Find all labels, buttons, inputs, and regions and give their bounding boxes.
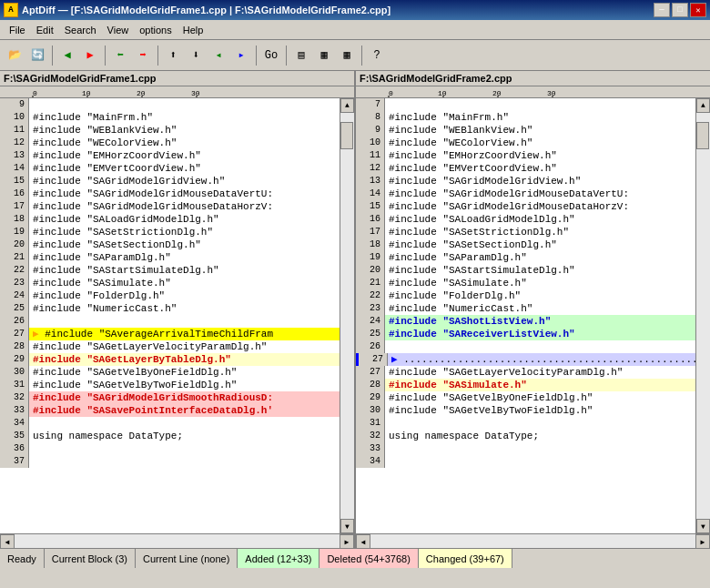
svg-text:0: 0 xyxy=(389,89,393,97)
table-row: 8#include "MainFrm.h" xyxy=(356,111,695,124)
right-file-path: F:\SAGridModelGridFrame2.cpp xyxy=(360,73,512,84)
right-hscroll-right[interactable]: ▶ xyxy=(695,534,710,548)
app-icon: A xyxy=(4,3,18,17)
tb-view1-button[interactable]: ▤ xyxy=(290,45,312,66)
left-vscroll-thumb[interactable] xyxy=(340,122,353,149)
left-vscroll-down[interactable]: ▼ xyxy=(340,519,354,533)
right-file-header: F:\SAGridModelGridFrame2.cpp xyxy=(356,71,710,86)
tb-separator-5 xyxy=(286,46,287,66)
left-hscroll-left[interactable]: ◀ xyxy=(0,534,15,548)
tb-down-button[interactable]: ⬇ xyxy=(185,45,207,66)
right-panel: F:\SAGridModelGridFrame2.cpp 0 10 20 30 … xyxy=(356,71,710,548)
toolbar: 📂 🔄 ◀ ▶ ⬅ ➡ ⬆ ⬇ ◂ ▸ Go ▤ ▦ ▦ ? xyxy=(0,40,710,71)
table-row: 9#include "WEBlankView.h" xyxy=(356,124,695,137)
tb-refresh-button[interactable]: 🔄 xyxy=(26,45,48,66)
left-vscrollbar[interactable]: ▲ ▼ xyxy=(340,98,354,533)
tb-goto-button[interactable]: Go xyxy=(260,45,282,66)
table-row: 36 xyxy=(0,442,340,455)
table-row: 28 #include "SASimulate.h" xyxy=(356,379,695,391)
menu-edit[interactable]: Edit xyxy=(31,23,59,37)
tb-separator-6 xyxy=(361,46,362,66)
right-hscroll-left[interactable]: ◀ xyxy=(356,534,370,548)
right-ruler-svg: 0 10 20 30 xyxy=(356,86,710,98)
table-row: 33 #include "SASavePointInterfaceDataDlg… xyxy=(0,404,340,417)
close-button[interactable]: ✕ xyxy=(690,3,706,17)
tb-up-button[interactable]: ⬆ xyxy=(162,45,184,66)
left-hscroll-right[interactable]: ▶ xyxy=(340,534,354,548)
status-bar: Ready Current Block (3) Current Line (no… xyxy=(0,548,710,568)
table-row: 33 xyxy=(356,442,695,455)
right-vscrollbar[interactable]: ▲ ▼ xyxy=(695,98,710,533)
status-ready: Ready xyxy=(0,549,45,568)
right-vscroll-thumb[interactable] xyxy=(696,122,709,149)
tb-left-arrow-button[interactable]: ◂ xyxy=(208,45,229,66)
table-row: 18#include "SASetSectionDlg.h" xyxy=(356,238,695,251)
tb-separator-4 xyxy=(256,46,257,66)
tb-copy-right-button[interactable]: ➡ xyxy=(132,45,154,66)
table-row: 27 ▶ #include "SAverageArrivalTimeChildF… xyxy=(0,328,340,340)
tb-copy-left-button[interactable]: ⬅ xyxy=(109,45,131,66)
table-row: 16#include "SAGridModelGridMouseDataVert… xyxy=(0,188,340,200)
table-row: 11#include "WEBlankView.h" xyxy=(0,124,340,137)
left-hscroll-track[interactable] xyxy=(15,534,340,548)
tb-help-button[interactable]: ? xyxy=(366,45,388,66)
table-row: 7 xyxy=(356,98,695,111)
left-code-lines: 9 10#include "MainFrm.h" 11#include "WEB… xyxy=(0,98,340,468)
left-ruler: 0 10 20 30 xyxy=(0,86,354,98)
table-row: 13#include "SAGridModelGridView.h" xyxy=(356,175,695,188)
tb-open-button[interactable]: 📂 xyxy=(4,45,25,66)
table-row: 17#include "SAGridModelGridMouseDataHorz… xyxy=(0,200,340,213)
table-row: 12#include "EMVertCoordView.h" xyxy=(356,162,695,175)
title-bar-buttons: ─ □ ✕ xyxy=(654,3,706,17)
left-hscrollbar[interactable]: ◀ ▶ xyxy=(0,533,354,548)
table-row: 27 ▶ ...................................… xyxy=(356,353,695,366)
table-row: 25 #include "SAReceiverListView.h" xyxy=(356,328,695,340)
table-row: 9 xyxy=(0,98,340,111)
table-row: 11#include "EMHorzCoordView.h" xyxy=(356,149,695,162)
tb-separator-1 xyxy=(52,46,53,66)
right-hscrollbar[interactable]: ◀ ▶ xyxy=(356,533,710,548)
table-row: 23#include "SASimulate.h" xyxy=(0,277,340,289)
tb-prev-diff-button[interactable]: ◀ xyxy=(56,45,78,66)
left-vscroll-up[interactable]: ▲ xyxy=(340,98,354,113)
table-row: 26 xyxy=(356,340,695,353)
menu-file[interactable]: File xyxy=(4,23,31,37)
table-row: 20#include "SASetSectionDlg.h" xyxy=(0,238,340,251)
tb-view3-button[interactable]: ▦ xyxy=(336,45,358,66)
table-row: 35using namespace DataType; xyxy=(0,430,340,442)
table-row: 15#include "SAGridModelGridView.h" xyxy=(0,175,340,188)
table-row: 19#include "SASetStrictionDlg.h" xyxy=(0,226,340,238)
table-row: 26 xyxy=(0,315,340,328)
table-row: 25#include "NumericCast.h" xyxy=(0,302,340,315)
table-row: 28#include "SAGetLayerVelocityParamDlg.h… xyxy=(0,340,340,353)
table-row: 31#include "SAGetVelByTwoFieldDlg.h" xyxy=(0,379,340,391)
menu-help[interactable]: Help xyxy=(178,23,209,37)
right-hscroll-track[interactable] xyxy=(370,534,695,548)
menu-search[interactable]: Search xyxy=(59,23,102,37)
tb-right-arrow-button[interactable]: ▸ xyxy=(230,45,252,66)
menu-options[interactable]: options xyxy=(134,23,177,37)
right-vscroll-down[interactable]: ▼ xyxy=(696,519,710,533)
table-row: 22#include "FolderDlg.h" xyxy=(356,289,695,302)
tb-next-diff-button[interactable]: ▶ xyxy=(79,45,101,66)
table-row: 21#include "SASimulate.h" xyxy=(356,277,695,289)
left-ruler-svg: 0 10 20 30 xyxy=(0,86,354,98)
table-row: 37 xyxy=(0,455,340,468)
table-row: 22#include "SAStartSimulateDlg.h" xyxy=(0,264,340,277)
left-code: 9 10#include "MainFrm.h" 11#include "WEB… xyxy=(0,98,340,533)
menu-view[interactable]: View xyxy=(102,23,135,37)
right-vscroll-track[interactable] xyxy=(696,113,710,519)
minimize-button[interactable]: ─ xyxy=(654,3,670,17)
right-code: 7 8#include "MainFrm.h" 9#include "WEBla… xyxy=(356,98,695,533)
table-row: 21#include "SAParamDlg.h" xyxy=(0,251,340,264)
table-row: 34 xyxy=(0,417,340,430)
left-vscroll-track[interactable] xyxy=(340,113,354,519)
table-row: 29#include "SAGetVelByOneFieldDlg.h" xyxy=(356,391,695,404)
right-vscroll-up[interactable]: ▲ xyxy=(696,98,710,113)
table-row: 14#include "EMVertCoordView.h" xyxy=(0,162,340,175)
left-file-path: F:\SAGridModelGridFrame1.cpp xyxy=(4,73,156,84)
svg-text:30: 30 xyxy=(547,89,556,97)
maximize-button[interactable]: □ xyxy=(672,3,688,17)
tb-view2-button[interactable]: ▦ xyxy=(313,45,335,66)
svg-rect-0 xyxy=(0,86,354,98)
